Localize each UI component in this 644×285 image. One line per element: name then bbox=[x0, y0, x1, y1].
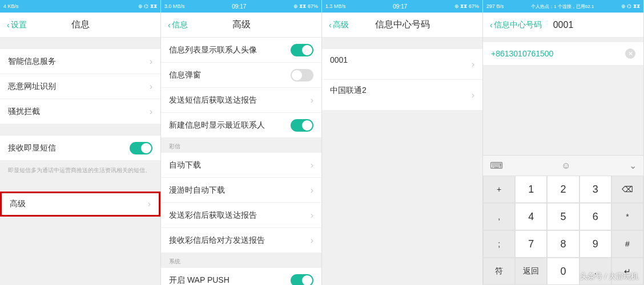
item-advanced[interactable]: 高级 › bbox=[0, 192, 160, 217]
chevron-left-icon: ‹ bbox=[168, 21, 171, 30]
key-plus[interactable]: + bbox=[483, 176, 515, 203]
toggle-switch[interactable] bbox=[291, 274, 313, 286]
status-time: 09:17 bbox=[232, 3, 246, 10]
hint-text: 即显短信多为通话中运营商推送的生活资讯相关的短信。 bbox=[0, 161, 160, 180]
key-symbol[interactable]: 符 bbox=[483, 258, 515, 285]
item-label: 高级 bbox=[10, 199, 26, 209]
nav-bar: ‹ 高级 信息中心号码 bbox=[322, 13, 482, 38]
back-label: 设置 bbox=[11, 20, 27, 30]
key-hash[interactable]: # bbox=[611, 230, 643, 258]
key-4[interactable]: 4 bbox=[515, 203, 547, 230]
item-mms-delivery[interactable]: 发送彩信后获取送达报告 › bbox=[161, 203, 321, 228]
item-sms-delivery[interactable]: 发送短信后获取送达报告 › bbox=[161, 88, 321, 113]
item-auto-download[interactable]: 自动下载 › bbox=[161, 153, 321, 178]
nav-bar: ‹ 信息中心号码 0001 bbox=[483, 13, 643, 38]
chevron-right-icon: › bbox=[148, 199, 151, 209]
status-left: 1.3 MB/s bbox=[325, 3, 346, 9]
back-label: 信息 bbox=[172, 20, 188, 30]
key-2[interactable]: 2 bbox=[547, 176, 579, 203]
chevron-right-icon: › bbox=[472, 90, 474, 100]
nav-bar: ‹ 信息 高级 bbox=[161, 13, 321, 38]
item-label: 智能信息服务 bbox=[8, 56, 56, 67]
key-3[interactable]: 3 bbox=[579, 176, 611, 203]
phone-input-row[interactable]: +8613010761500 ✕ bbox=[483, 42, 643, 65]
page-title: 0001 bbox=[553, 20, 574, 30]
key-5[interactable]: 5 bbox=[547, 203, 579, 230]
key-1[interactable]: 1 bbox=[515, 176, 547, 203]
item-label: 发送短信后获取送达报告 bbox=[169, 95, 257, 105]
item-wap-push[interactable]: 开启 WAP PUSH bbox=[161, 268, 321, 285]
item-show-avatar[interactable]: 信息列表显示联系人头像 bbox=[161, 38, 321, 63]
item-label: 自动下载 bbox=[169, 160, 201, 170]
key-semicolon[interactable]: ; bbox=[483, 230, 515, 258]
chevron-right-icon: › bbox=[311, 95, 313, 105]
key-star[interactable]: * bbox=[611, 203, 643, 230]
watermark: 头条号 / 大雷玩机 bbox=[580, 271, 638, 282]
back-button[interactable]: ‹ 高级 bbox=[322, 20, 356, 30]
status-right: ⊕ ⌬ ⧗⧗ bbox=[138, 3, 157, 10]
key-6[interactable]: 6 bbox=[579, 203, 611, 230]
chevron-right-icon: › bbox=[311, 160, 313, 170]
status-bar: 1.3 MB/s 09:17 ⊕ ⧗⧗ 67% bbox=[322, 0, 482, 13]
toggle-switch[interactable] bbox=[291, 119, 313, 132]
item-label: 信息列表显示联系人头像 bbox=[169, 45, 257, 55]
item-sim2[interactable]: 中国联通2 › bbox=[322, 80, 482, 111]
keyboard-icon[interactable]: ⌨ bbox=[490, 160, 503, 171]
item-flash-sms[interactable]: 接收即显短信 bbox=[0, 136, 160, 161]
status-right: ⊕ ⧗⧗ 67% bbox=[293, 3, 318, 10]
back-button[interactable]: ‹ 设置 bbox=[0, 20, 34, 30]
status-time: 09:17 bbox=[393, 3, 407, 10]
status-bar: 4 KB/s ⊕ ⌬ ⧗⧗ bbox=[0, 0, 160, 13]
key-backspace[interactable]: ⌫ bbox=[611, 176, 643, 203]
item-label: 接收彩信后给对方发送报告 bbox=[169, 235, 265, 246]
collapse-icon[interactable]: ⌄ bbox=[629, 160, 637, 171]
screen-advanced: 3.0 MB/s 09:17 ⊕ ⧗⧗ 67% ‹ 信息 高级 信息列表显示联系… bbox=[161, 0, 322, 285]
toggle-switch[interactable] bbox=[130, 142, 152, 154]
key-0[interactable]: 0 bbox=[547, 258, 579, 285]
back-label: 高级 bbox=[333, 20, 349, 30]
chevron-right-icon: › bbox=[150, 82, 152, 92]
chevron-right-icon: › bbox=[311, 185, 313, 196]
chevron-right-icon: › bbox=[472, 59, 474, 70]
status-right: ⊕ ⌬ ⧗⧗ bbox=[621, 3, 640, 10]
key-8[interactable]: 8 bbox=[547, 230, 579, 258]
toggle-switch[interactable] bbox=[291, 69, 313, 82]
chevron-right-icon: › bbox=[311, 235, 313, 246]
chevron-left-icon: ‹ bbox=[329, 21, 332, 30]
item-label: 0001 bbox=[330, 55, 348, 64]
section-mms: 彩信 bbox=[161, 138, 321, 153]
item-sub bbox=[330, 66, 336, 74]
close-icon: ✕ bbox=[628, 50, 633, 58]
emoji-icon[interactable]: ☺ bbox=[561, 161, 570, 171]
screen-sms-center: 1.3 MB/s 09:17 ⊕ ⧗⧗ 67% ‹ 高级 信息中心号码 0001… bbox=[322, 0, 483, 285]
key-7[interactable]: 7 bbox=[515, 230, 547, 258]
back-label: 信息中心号码 bbox=[494, 20, 542, 30]
screen-settings: 4 KB/s ⊕ ⌬ ⧗⧗ ‹ 设置 信息 智能信息服务 › 恶意网址识别 › … bbox=[0, 0, 161, 285]
phone-input[interactable]: +8613010761500 bbox=[491, 49, 553, 58]
content: 信息列表显示联系人头像 信息弹窗 发送短信后获取送达报告 › 新建信息时显示最近… bbox=[161, 38, 321, 285]
toggle-switch[interactable] bbox=[291, 44, 313, 56]
key-9[interactable]: 9 bbox=[579, 230, 611, 258]
status-bar: 297 B/s 个人热点：1 个连接，已用62.1 ⊕ ⌬ ⧗⧗ bbox=[483, 0, 643, 13]
item-popup[interactable]: 信息弹窗 bbox=[161, 63, 321, 88]
status-hotspot: 个人热点：1 个连接，已用62.1 bbox=[531, 3, 594, 10]
key-comma[interactable]: , bbox=[483, 203, 515, 230]
page-title: 信息中心号码 bbox=[375, 19, 430, 31]
back-button[interactable]: ‹ 信息 bbox=[161, 20, 195, 30]
item-label: 信息弹窗 bbox=[169, 70, 201, 80]
item-roaming-download[interactable]: 漫游时自动下载 › bbox=[161, 178, 321, 203]
item-label: 中国联通2 bbox=[330, 85, 367, 96]
chevron-right-icon: › bbox=[150, 107, 152, 117]
chevron-right-icon: › bbox=[150, 56, 152, 67]
item-malicious-url[interactable]: 恶意网址识别 › bbox=[0, 74, 160, 99]
item-sim1[interactable]: 0001 › bbox=[322, 49, 482, 80]
item-smart-sms[interactable]: 智能信息服务 › bbox=[0, 49, 160, 74]
key-back[interactable]: 返回 bbox=[515, 258, 547, 285]
keypad-toolbar: ⌨ ☺ ⌄ bbox=[483, 155, 643, 176]
clear-button[interactable]: ✕ bbox=[625, 48, 635, 59]
item-mms-read-report[interactable]: 接收彩信后给对方发送报告 › bbox=[161, 228, 321, 253]
item-spam-block[interactable]: 骚扰拦截 › bbox=[0, 99, 160, 124]
back-button[interactable]: ‹ 信息中心号码 bbox=[483, 20, 549, 30]
item-label: 漫游时自动下载 bbox=[169, 185, 225, 196]
item-recent-contacts[interactable]: 新建信息时显示最近联系人 bbox=[161, 113, 321, 138]
